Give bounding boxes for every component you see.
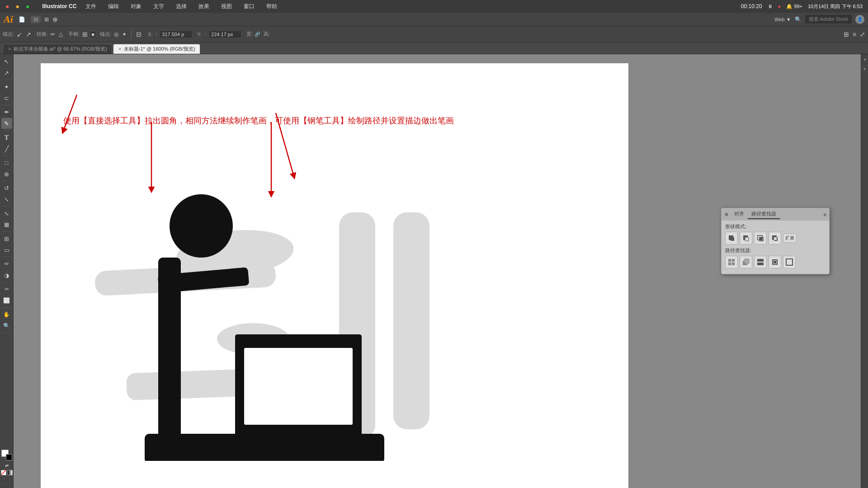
traffic-red[interactable]: ●	[5, 3, 9, 10]
search-adobe-input[interactable]: 搜索 Adobe Stock	[805, 15, 852, 23]
traffic-yellow[interactable]: ●	[15, 3, 19, 10]
tab-untitled-close[interactable]: ✕	[118, 47, 122, 52]
panel-menu-icon[interactable]: ≡	[824, 212, 826, 217]
tool-mesh[interactable]: ⊞	[1, 233, 12, 244]
right-panel-btn2[interactable]: ▼	[863, 67, 867, 71]
web-label[interactable]: Web ▼	[774, 17, 791, 22]
tool-scissors[interactable]: ✂	[1, 284, 12, 295]
record-icon[interactable]: ●	[778, 4, 781, 9]
right-panel-btn1[interactable]: ▲	[863, 58, 867, 62]
tool-pen[interactable]: ✒	[1, 107, 12, 117]
shape-exclude-btn[interactable]	[769, 232, 781, 244]
tab-untitled[interactable]: ✕ 未标题-1* @ 1600% (RGB/预览)	[113, 44, 200, 54]
view-toggle[interactable]: ⊞	[44, 16, 49, 23]
menu-text[interactable]: 文字	[151, 2, 167, 11]
menu-view[interactable]: 视图	[218, 2, 235, 11]
svg-rect-40	[745, 259, 749, 263]
tool-select[interactable]: ↖	[1, 56, 12, 67]
pf-outline-btn[interactable]	[783, 256, 796, 268]
transform-btn[interactable]: ⊟	[135, 31, 142, 38]
control-bar: 锚点: ↙ ↗ 转换: ✏ △ 手柄: ⊞ ■ 锚点: ◎ ✦ ⊟ X: ↕ 3…	[0, 26, 868, 42]
traffic-green[interactable]: ●	[26, 3, 29, 10]
pf-merge-btn[interactable]	[754, 256, 767, 268]
right-panel-strip: ▲ ▼	[861, 54, 868, 488]
pathfinder-close-btn[interactable]: ✕	[724, 211, 729, 218]
menu-select[interactable]: 选择	[173, 2, 189, 11]
pathfinder-tabs: 对齐 路径查找器	[731, 210, 780, 219]
tool-rotate[interactable]: ↺	[1, 183, 12, 193]
notification-icon[interactable]: 🔔 99+	[786, 4, 802, 9]
x-value-icon: ↕	[154, 32, 158, 37]
menu-help[interactable]: 帮助	[264, 2, 280, 11]
tool-column-graph[interactable]: ▦	[1, 219, 12, 230]
tool-gradient[interactable]: ▭	[1, 244, 12, 255]
tool-scale[interactable]: ⤡	[1, 194, 12, 205]
tool-direct-select[interactable]: ↗	[1, 67, 12, 78]
tool-lasso[interactable]: ⊂	[1, 93, 12, 103]
anchor-corner-btn[interactable]: ↗	[25, 31, 32, 38]
tab-logo-close[interactable]: ✕	[8, 47, 11, 52]
tool-magic-wand[interactable]: ✦	[1, 81, 12, 92]
align-distribute-icon[interactable]: ⊞	[844, 31, 849, 38]
tool-hand[interactable]: ✋	[1, 309, 12, 320]
stick-figure	[99, 172, 416, 461]
link-icon[interactable]: 🔗	[255, 32, 260, 37]
more-options-icon[interactable]: ≡	[853, 31, 856, 38]
tool-artboard[interactable]: ⬜	[1, 295, 12, 306]
fill-swatch[interactable]	[6, 454, 12, 460]
pf-trim-btn[interactable]	[740, 256, 752, 268]
svg-rect-41	[757, 259, 764, 262]
none-swatch[interactable]	[1, 470, 6, 475]
tool-blend[interactable]: ◑	[1, 270, 12, 281]
shape-expand-btn[interactable]: 扩展	[783, 234, 797, 243]
x-value[interactable]: 317.504 p	[160, 31, 192, 38]
pause-icon[interactable]: ⏸	[768, 4, 773, 9]
tab-logo[interactable]: ✕ 标志字体全能备.ai* @ 66.67% (RGB/预览)	[3, 44, 112, 54]
tool-pencil[interactable]: ✎	[1, 118, 12, 129]
tab-untitled-label: 未标题-1* @ 1600% (RGB/预览)	[124, 46, 195, 52]
new-doc-icon[interactable]: 📄	[17, 15, 27, 23]
y-label: Y:	[197, 32, 202, 37]
tab-align[interactable]: 对齐	[731, 210, 748, 219]
swap-colors[interactable]: ⇄	[5, 463, 9, 468]
pf-divide-btn[interactable]	[725, 256, 738, 268]
search-adobe-icon[interactable]: 🔍	[795, 16, 802, 23]
tool-paintbrush[interactable]: ⊕	[1, 169, 12, 179]
handle-btn1[interactable]: ⊞	[81, 31, 89, 38]
anchor2-btn[interactable]: ◎	[113, 31, 119, 38]
handle-label: 手柄:	[68, 31, 80, 38]
handle-btn2[interactable]: ■	[90, 32, 95, 37]
gradient-swatch-small[interactable]	[7, 470, 13, 475]
tool-rectangle[interactable]: □	[1, 157, 12, 168]
convert-btn1[interactable]: ✏	[50, 31, 56, 38]
shape-unite-btn[interactable]	[725, 232, 738, 244]
menu-object[interactable]: 对象	[128, 2, 144, 11]
menu-edit[interactable]: 编辑	[105, 2, 122, 11]
tool-mask[interactable]: ⬛	[3, 477, 10, 483]
template-icon[interactable]: St	[31, 16, 41, 23]
y-value[interactable]: 224.17 px	[209, 31, 241, 38]
anchor2-label: 锚点:	[100, 31, 111, 38]
workspace: ↖ ↗ ✦ ⊂ ✒ ✎ T ╱ □ ⊕ ↺ ⤡ ∿ ▦ ⊞ ▭ ✏ ◑ ✂ ⬜	[0, 54, 868, 488]
tool-warp[interactable]: ∿	[1, 208, 12, 219]
user-icon[interactable]: 👤	[855, 15, 864, 24]
tool-type[interactable]: T	[1, 132, 12, 143]
shape-intersect-btn[interactable]	[754, 232, 767, 244]
tool-eyedropper[interactable]: ✏	[1, 258, 12, 269]
expand-icon[interactable]: ⤢	[860, 31, 865, 38]
menu-window[interactable]: 窗口	[241, 2, 257, 11]
app-name: Illustrator CC	[42, 3, 76, 9]
tab-pathfinder[interactable]: 路径查找器	[748, 210, 780, 219]
svg-point-14	[170, 194, 233, 258]
menu-effect[interactable]: 效果	[196, 2, 212, 11]
tool-line[interactable]: ╱	[1, 143, 12, 154]
svg-rect-29	[745, 237, 749, 241]
shape-minus-btn[interactable]	[740, 232, 752, 244]
tool-zoom[interactable]: 🔍	[1, 320, 12, 331]
anchor2-btn2[interactable]: ✦	[121, 31, 127, 38]
pf-crop-btn[interactable]	[769, 256, 781, 268]
convert-btn2[interactable]: △	[58, 31, 64, 38]
anchor-convert-btn[interactable]: ↙	[16, 31, 23, 38]
menu-file[interactable]: 文件	[83, 2, 99, 11]
arrange-icon[interactable]: ⊕	[52, 16, 58, 23]
